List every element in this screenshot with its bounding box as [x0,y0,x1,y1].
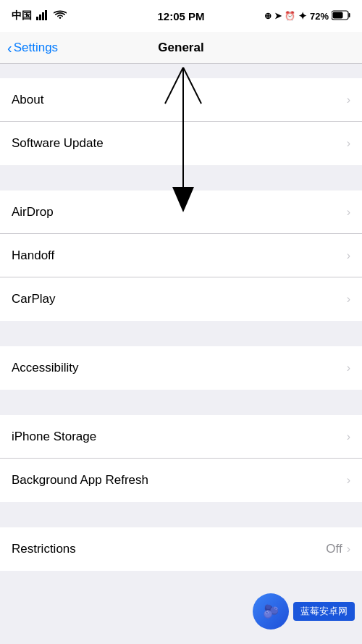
software-update-chevron-icon: › [347,137,350,150]
iphone-storage-label: iPhone Storage [12,430,96,444]
section-connectivity: AirDrop › Handoff › CarPlay › [0,191,362,321]
about-chevron-icon: › [347,93,350,106]
restrictions-value: Off [326,542,342,556]
svg-rect-1 [39,14,41,20]
battery-text: 72% [310,11,329,22]
airdrop-chevron-icon: › [347,206,350,219]
location-icon: ⊕ [264,11,272,21]
status-time: 12:05 PM [157,10,204,22]
restrictions-right: Off › [326,542,350,556]
svg-rect-3 [45,10,47,20]
airdrop-right: › [347,206,350,219]
about-row[interactable]: About › [0,78,362,122]
watermark: 🫐 蓝莓安卓网 [253,593,355,630]
status-bar: 中国 12:05 PM ⊕ ➤ ⏰ ✦ 72% [0,0,362,32]
about-right: › [347,93,350,106]
software-update-right: › [347,137,350,150]
handoff-chevron-icon: › [347,249,350,262]
spacer-3 [0,390,362,415]
svg-rect-2 [42,12,44,20]
battery-icon [332,10,350,22]
watermark-text: 蓝莓安卓网 [293,602,355,621]
status-left: 中国 [12,9,67,22]
alarm-icon: ⏰ [285,11,295,21]
accessibility-right: › [347,361,350,375]
about-label: About [12,93,43,107]
spacer-1 [0,165,362,191]
spacer-4 [0,502,362,527]
back-label: Settings [14,41,58,55]
software-update-label: Software Update [12,136,104,151]
carplay-label: CarPlay [12,292,55,306]
signal-icon [36,10,49,22]
navigation-bar: ‹ Settings General [0,32,362,64]
accessibility-chevron-icon: › [347,361,350,375]
spacer-2 [0,321,362,346]
accessibility-label: Accessibility [12,361,79,375]
accessibility-row[interactable]: Accessibility › [0,346,362,390]
background-app-refresh-row[interactable]: Background App Refresh › [0,459,362,502]
handoff-right: › [347,249,350,262]
background-app-refresh-right: › [347,474,350,487]
airdrop-row[interactable]: AirDrop › [0,191,362,234]
restrictions-row[interactable]: Restrictions Off › [0,527,362,571]
bluetooth-icon: ✦ [298,10,307,22]
carplay-row[interactable]: CarPlay › [0,277,362,321]
status-right: ⊕ ➤ ⏰ ✦ 72% [264,10,350,22]
svg-rect-5 [349,13,350,17]
svg-rect-0 [36,17,38,20]
section-about: About › Software Update › [0,78,362,165]
back-button[interactable]: ‹ Settings [7,41,58,55]
page-title: General [158,41,203,55]
handoff-label: Handoff [12,248,54,263]
section-restrictions: Restrictions Off › [0,527,362,571]
iphone-storage-chevron-icon: › [347,430,350,443]
carplay-right: › [347,293,350,306]
restrictions-label: Restrictions [12,542,76,556]
restrictions-chevron-icon: › [347,543,350,556]
iphone-storage-row[interactable]: iPhone Storage › [0,415,362,459]
background-app-refresh-label: Background App Refresh [12,473,148,488]
carrier-text: 中国 [12,9,32,22]
section-storage: iPhone Storage › Background App Refresh … [0,415,362,502]
wifi-icon [54,10,67,22]
section-accessibility: Accessibility › [0,346,362,390]
iphone-storage-right: › [347,430,350,443]
watermark-logo: 🫐 [253,593,289,630]
airdrop-label: AirDrop [12,205,54,219]
svg-rect-6 [333,12,343,18]
handoff-row[interactable]: Handoff › [0,234,362,277]
navigation-icon: ➤ [274,11,282,21]
carplay-chevron-icon: › [347,293,350,306]
background-app-refresh-chevron-icon: › [347,474,350,487]
back-chevron-icon: ‹ [7,41,12,55]
spacer-top [0,64,362,78]
software-update-row[interactable]: Software Update › [0,122,362,165]
